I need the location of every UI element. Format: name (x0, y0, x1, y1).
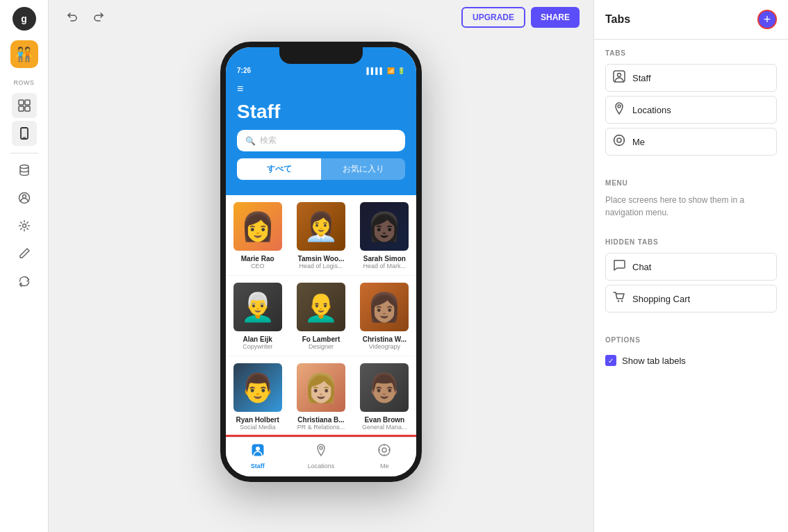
tab-me-icon (613, 134, 625, 149)
options-section-title: OPTIONS (605, 336, 777, 344)
avatar[interactable]: g (13, 7, 36, 31)
svg-point-14 (382, 448, 386, 452)
settings-icon[interactable] (12, 213, 37, 238)
staff-role-fo: Designer (295, 343, 347, 350)
tab-staff-label: Staff (632, 73, 651, 83)
staff-grid: 👩 Marie Rao CEO 👩‍💼 Tamsin Woo... Head o… (226, 195, 416, 437)
svg-point-17 (379, 449, 380, 451)
right-panel: Tabs + TABS Staff Locations (593, 0, 788, 532)
canvas-toolbar: UPGRADE SHARE (49, 0, 593, 35)
user-circle-icon[interactable] (12, 185, 37, 210)
staff-name-tamsin: Tamsin Woo... (295, 255, 347, 263)
grid-icon[interactable] (12, 93, 37, 118)
show-tab-labels-label: Show tab labels (622, 356, 686, 366)
phone-container: 7:26 ▌▌▌▌ 📶 🔋 ≡ Staff 🔍 検索 すべて お気に入り (220, 42, 422, 482)
svg-point-25 (618, 144, 620, 146)
phone-bottom-nav: Staff Locations (226, 437, 416, 476)
database-icon[interactable] (12, 158, 37, 183)
hidden-tab-cart[interactable]: Shopping Cart (605, 285, 777, 313)
staff-cell-ryan[interactable]: 👨 Ryan Holbert Social Media (226, 356, 289, 437)
phone-frame: 7:26 ▌▌▌▌ 📶 🔋 ≡ Staff 🔍 検索 すべて お気に入り (220, 42, 422, 482)
tab-item-me[interactable]: Me (605, 128, 777, 156)
staff-cell-christiana[interactable]: 👩🏼 Christiana B... PR & Relations... (289, 356, 352, 437)
options-section: OPTIONS ✓ Show tab labels (594, 326, 788, 380)
signal-icon: ▌▌▌▌ (366, 67, 384, 74)
show-tab-labels-checkbox[interactable]: ✓ (605, 355, 616, 366)
staff-role-sarah: Head of Mark... (359, 263, 411, 269)
filter-all-tab[interactable]: すべて (237, 158, 321, 180)
add-tab-button[interactable]: + (757, 10, 777, 29)
divider (10, 153, 38, 153)
hidden-tabs-section: HIDDEN TABS Chat Shopping Cart (594, 228, 788, 326)
svg-rect-0 (19, 100, 24, 105)
nav-me-icon (377, 443, 391, 460)
search-placeholder: 検索 (260, 135, 277, 147)
hamburger-menu[interactable]: ≡ (237, 83, 405, 95)
phone-notch (279, 47, 363, 64)
nav-label-locations: Locations (308, 463, 335, 469)
hidden-tabs-section-title: HIDDEN TABS (605, 238, 777, 246)
hidden-tab-chat-label: Chat (632, 262, 651, 272)
refresh-icon[interactable] (12, 269, 37, 294)
undo-button[interactable] (63, 8, 82, 27)
staff-name-sarah: Sarah Simon (359, 255, 411, 263)
svg-point-15 (384, 444, 385, 446)
nav-staff-icon (251, 443, 265, 460)
svg-point-16 (384, 454, 385, 456)
nav-tab-locations[interactable]: Locations (289, 438, 352, 476)
status-icons: ▌▌▌▌ 📶 🔋 (366, 67, 405, 74)
svg-point-22 (614, 135, 625, 146)
tab-staff-icon (613, 70, 625, 85)
staff-name-alan: Alan Eijk (231, 335, 284, 343)
search-bar[interactable]: 🔍 検索 (237, 130, 405, 151)
search-icon: 🔍 (245, 136, 256, 146)
staff-cell-fo[interactable]: 👨‍🦲 Fo Lambert Designer (289, 276, 352, 356)
staff-role-alan: Copywriter (231, 343, 284, 350)
hidden-tab-chat[interactable]: Chat (605, 253, 777, 281)
menu-section-title: MENU (605, 179, 777, 187)
cart-icon (613, 291, 625, 306)
staff-role-tamsin: Head of Logis... (295, 263, 347, 269)
staff-name-ryan: Ryan Holbert (231, 416, 284, 424)
phone-header: ≡ Staff 🔍 検索 すべて お気に入り (226, 77, 416, 195)
toolbar-right: UPGRADE SHARE (461, 7, 580, 28)
staff-cell-evan[interactable]: 👨🏽 Evan Brown General Mana... (353, 356, 416, 437)
tabs-section: TABS Staff Locations (594, 40, 788, 169)
panel-title: Tabs (605, 13, 630, 26)
project-icon[interactable]: 🧑‍🤝‍🧑 (10, 40, 38, 68)
svg-point-9 (22, 224, 26, 228)
tab-item-staff[interactable]: Staff (605, 64, 777, 92)
tab-item-locations[interactable]: Locations (605, 96, 777, 124)
toolbar-left (63, 8, 108, 27)
staff-name-evan: Evan Brown (359, 416, 411, 424)
tabs-section-title: TABS (605, 49, 777, 57)
share-button[interactable]: SHARE (531, 7, 580, 28)
staff-photo-evan: 👨🏽 (360, 363, 409, 412)
staff-name-christina: Christina W... (359, 335, 411, 343)
nav-tab-staff[interactable]: Staff (226, 438, 289, 476)
staff-cell-alan[interactable]: 👨‍🦳 Alan Eijk Copywriter (226, 276, 289, 356)
upgrade-button[interactable]: UPGRADE (461, 7, 525, 28)
nav-label-staff: Staff (251, 463, 265, 469)
show-tab-labels-row[interactable]: ✓ Show tab labels (605, 351, 777, 370)
staff-photo-tamsin: 👩‍💼 (297, 202, 345, 251)
staff-cell-sarah[interactable]: 👩🏿 Sarah Simon Head of Mark... (353, 195, 416, 276)
nav-tab-me[interactable]: Me (353, 438, 416, 476)
svg-point-12 (320, 447, 322, 449)
staff-photo-sarah: 👩🏿 (360, 202, 409, 251)
staff-cell-tamsin[interactable]: 👩‍💼 Tamsin Woo... Head of Logis... (289, 195, 352, 276)
redo-button[interactable] (89, 8, 108, 27)
tab-locations-label: Locations (632, 105, 671, 115)
filter-favorites-tab[interactable]: お気に入り (321, 158, 405, 180)
svg-rect-3 (25, 106, 30, 111)
staff-cell-marie[interactable]: 👩 Marie Rao CEO (226, 195, 289, 276)
left-sidebar: g 🧑‍🤝‍🧑 ROWS (0, 0, 49, 532)
svg-point-29 (621, 300, 623, 301)
phone-icon[interactable] (12, 121, 37, 146)
tab-locations-icon (613, 102, 625, 117)
staff-cell-christina[interactable]: 👩🏽 Christina W... Videograpy (353, 276, 416, 356)
pen-icon[interactable] (12, 241, 37, 266)
main-canvas: UPGRADE SHARE 7:26 ▌▌▌▌ 📶 🔋 ≡ Staff 🔍 (49, 0, 593, 532)
staff-photo-christiana: 👩🏼 (297, 363, 345, 412)
staff-role-evan: General Mana... (359, 424, 411, 431)
